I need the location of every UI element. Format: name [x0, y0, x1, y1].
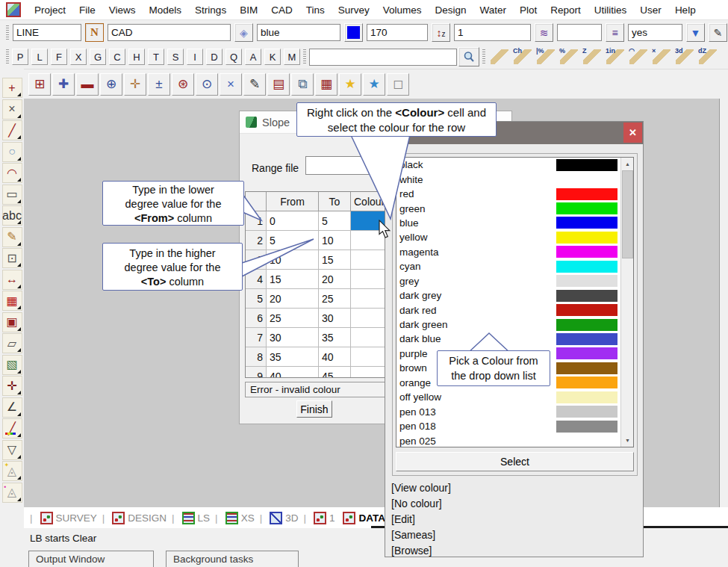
snap-button[interactable]: K	[264, 49, 281, 65]
colour-list-item[interactable]: magenta	[396, 245, 633, 259]
search-icon[interactable]	[458, 47, 479, 66]
menu-item[interactable]: Models	[149, 4, 182, 16]
view-tab[interactable]: DESIGN	[102, 512, 167, 524]
symbol-box-icon[interactable]: ⊡	[2, 248, 22, 268]
window-icon[interactable]: ◻	[387, 73, 409, 96]
menu-item[interactable]: [Sameas]	[390, 527, 640, 542]
shield-icon[interactable]: ▽	[2, 440, 22, 460]
snap-button[interactable]: H	[128, 49, 145, 65]
favourite-yellow-icon[interactable]: ★	[339, 73, 361, 96]
zoom-extents-icon[interactable]: ⊕	[100, 73, 122, 96]
to-cell[interactable]: 15	[319, 250, 351, 270]
menu-item[interactable]: [Browse]	[390, 542, 640, 558]
zoom-in-icon[interactable]: ✚	[52, 73, 75, 96]
view-tab[interactable]: LS	[172, 512, 210, 524]
from-cell[interactable]: 0	[267, 211, 319, 231]
measure-arc-icon[interactable]: ◠	[627, 46, 650, 67]
measure-dz-icon[interactable]: dZ	[697, 46, 719, 67]
measure-grade-icon[interactable]: %	[558, 46, 580, 67]
colour-list-item[interactable]: dark green	[396, 317, 633, 332]
to-cell[interactable]: 25	[319, 289, 351, 309]
scroll-up-icon[interactable]: ▲	[621, 158, 634, 170]
colour-list-item[interactable]: pen 018	[396, 419, 633, 433]
menu-item[interactable]: Strings	[195, 4, 226, 16]
measure-bearing-icon[interactable]	[488, 46, 511, 67]
colour-input[interactable]	[257, 24, 340, 41]
xnode-icon[interactable]: ×	[2, 99, 22, 120]
menu-item[interactable]: [No colour]	[390, 495, 640, 511]
snap-button[interactable]: S	[167, 49, 184, 65]
menu-item[interactable]: Project	[34, 4, 66, 16]
snap-button[interactable]: L	[31, 49, 48, 65]
menu-item[interactable]: BIM	[240, 4, 258, 16]
to-cell[interactable]: 35	[319, 328, 351, 347]
draw-icon[interactable]: ✎	[243, 73, 266, 96]
snap-button[interactable]: P	[12, 49, 28, 65]
plotable-input[interactable]	[628, 24, 682, 41]
view-tab[interactable]: XS	[215, 512, 255, 524]
background-tasks-panel[interactable]: Background tasks	[166, 551, 299, 567]
scroll-down-icon[interactable]: ▼	[621, 434, 634, 447]
menu-item[interactable]: Design	[435, 4, 467, 16]
favourite-blue-icon[interactable]: ★	[363, 73, 385, 96]
measure-chainage-icon[interactable]: Ch	[511, 46, 534, 67]
image-icon[interactable]: ▧	[2, 355, 22, 375]
copy-view-icon[interactable]: ⧉	[291, 73, 314, 96]
polygon-icon[interactable]: ▱	[2, 333, 22, 353]
menu-item[interactable]: Survey	[338, 4, 370, 16]
menu-item[interactable]: Utilities	[594, 4, 627, 16]
from-cell[interactable]: 35	[267, 347, 319, 367]
menu-item[interactable]: Water	[480, 4, 507, 16]
redraw-icon[interactable]: ×	[220, 73, 242, 96]
snap-button[interactable]: I	[187, 49, 203, 65]
from-cell[interactable]: 25	[267, 309, 319, 328]
name-button[interactable]: N	[85, 23, 104, 42]
toolbar-grip[interactable]	[6, 49, 9, 64]
linestyle-input[interactable]	[367, 24, 428, 41]
height-z-icon[interactable]: ↕z	[432, 23, 450, 42]
snap-button[interactable]: G	[90, 49, 106, 65]
pan-icon[interactable]: ✛	[124, 73, 146, 96]
line-icon[interactable]: ╱	[2, 120, 22, 140]
from-cell[interactable]: 30	[267, 328, 319, 347]
menu-item[interactable]: Report	[550, 4, 581, 16]
search-input[interactable]	[309, 49, 457, 66]
snap-button[interactable]: X	[70, 49, 87, 65]
circle-icon[interactable]: ○	[2, 142, 22, 162]
zoom-scale-icon[interactable]: ±	[148, 73, 170, 96]
move-icon[interactable]: ✛	[2, 376, 22, 396]
measure-grade-bearing-icon[interactable]: |%	[535, 46, 557, 67]
symbol-edit-icon[interactable]: ✎	[2, 227, 22, 247]
from-cell[interactable]: 40	[267, 367, 319, 378]
scrollbar-thumb[interactable]	[622, 170, 633, 258]
zoom-previous-icon[interactable]: ⊙	[196, 73, 218, 96]
menu-item[interactable]: Help	[675, 4, 696, 16]
tin-sparkle-icon[interactable]: ◬ ✦	[2, 461, 22, 481]
snap-button[interactable]: F	[51, 49, 67, 65]
new-view-icon[interactable]: ⊞	[28, 73, 51, 96]
rectangle-icon[interactable]: ▭	[2, 185, 22, 205]
colour-swatch-button[interactable]	[344, 23, 363, 42]
measure-cross-icon[interactable]: ×	[650, 46, 673, 67]
colour-list-item[interactable]: grey	[396, 274, 633, 288]
menu-item[interactable]: [Edit]	[390, 511, 640, 527]
view-tab[interactable]: 3D	[260, 512, 299, 524]
colour-list-item[interactable]: pen 013	[396, 404, 633, 418]
measure-height-icon[interactable]: Z	[581, 46, 603, 67]
eyedropper-icon[interactable]: ✎	[709, 23, 727, 42]
grid-icon[interactable]: ▦	[2, 291, 22, 311]
to-cell[interactable]: 30	[319, 309, 351, 328]
dropdown-button[interactable]: ▼	[686, 23, 705, 42]
extra-input[interactable]	[557, 24, 602, 41]
menu-item[interactable]: File	[79, 4, 96, 16]
toolbar-grip[interactable]	[482, 49, 485, 64]
toolbar-grip[interactable]	[303, 49, 306, 64]
to-cell[interactable]: 40	[319, 347, 351, 367]
colour-list-item[interactable]: red	[396, 187, 633, 201]
menu-item[interactable]: Volumes	[383, 4, 422, 16]
model-layers-icon[interactable]: ◈	[234, 23, 253, 42]
menu-item[interactable]: Views	[109, 4, 136, 16]
scrollbar[interactable]: ▲ ▼	[620, 158, 633, 447]
menu-item[interactable]: Tins	[306, 4, 325, 16]
function-input[interactable]	[13, 24, 81, 41]
